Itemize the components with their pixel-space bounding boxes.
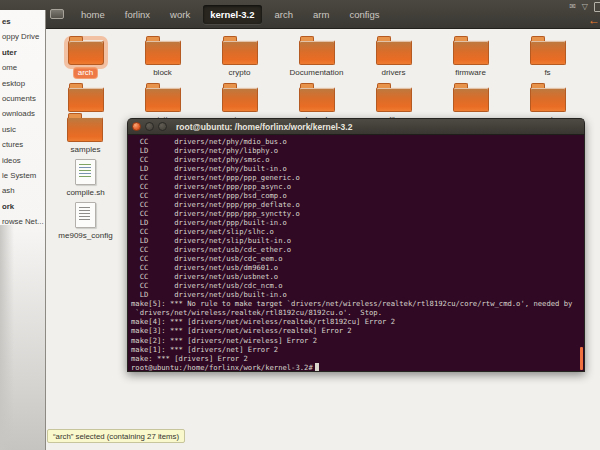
terminal-prompt-line: root@ubuntu:/home/forlinx/work/kernel-3.… [131,363,584,372]
breadcrumb-item[interactable]: configs [342,5,386,24]
file-item[interactable]: samples [67,112,105,155]
folder-label: Documentation [286,68,348,78]
folder-label: drivers [377,68,409,78]
terminal-output-line: make[2]: *** [drivers/net/wireless] Erro… [131,336,584,345]
maximize-button[interactable] [158,122,167,131]
terminal-output-line: CC drivers/net/usb/cdc_ncm.o [131,281,584,290]
folder-label: crypto [225,68,255,78]
terminal-output-line: LD drivers/net/phy/libphy.o [131,146,584,155]
sidebar-item[interactable]: ocuments [0,91,45,106]
places-sidebar: esoppy Driveuteromeesktopocumentsownload… [0,10,46,450]
terminal-output-line: make[4]: *** [drivers/net/wireless/realt… [131,317,584,326]
terminal-scrollbar-thumb[interactable] [580,347,583,370]
sidebar-item[interactable]: uter [0,45,45,60]
terminal-output-line: make[5]: *** No rule to make target `dri… [131,299,584,308]
folder-icon [222,87,258,112]
terminal-output-line: CC drivers/net/phy/mdio_bus.o [131,137,584,146]
folder-label: arch [74,68,98,78]
folder-icon [145,40,181,65]
mail-icon[interactable]: ✉ [569,3,576,11]
sidebar-item[interactable]: oppy Drive [0,29,45,44]
terminal-output-line: CC drivers/net/usb/cdc_eem.o [131,254,584,263]
minimize-button[interactable] [145,122,154,131]
sidebar-item[interactable]: le System [0,168,45,183]
sidebar-item[interactable]: rowse Net... [0,214,45,229]
sidebar-item[interactable]: ork [0,199,45,214]
terminal-cursor [315,363,319,371]
file-item[interactable]: compile.sh [62,157,108,198]
folder-item[interactable]: arch [47,35,124,82]
folder-icon [68,40,104,65]
terminal-output-line: LD drivers/net/phy/built-in.o [131,164,584,173]
chevron-down-icon[interactable]: ▽ [582,3,588,11]
file-icon [75,159,96,185]
back-arrow-icon[interactable]: ← [588,14,600,26]
folder-icon [530,40,566,65]
sidebar-item[interactable]: ctures [0,137,45,152]
folder-label: firmware [451,68,490,78]
file-label: me909s_config [54,231,116,241]
breadcrumb-item[interactable]: arm [306,5,336,24]
terminal-title: root@ubuntu: /home/forlinx/work/kernel-3… [176,122,352,132]
file-icon-view-left-column: samples compile.sh me909s_config [47,112,124,243]
folder-label: block [149,68,176,78]
sidebar-item[interactable]: usic [0,122,45,137]
terminal-output-line: LD drivers/net/slip/built-in.o [131,236,584,245]
file-label: compile.sh [62,188,108,198]
terminal-output-line: make: *** [drivers] Error 2 [131,354,584,363]
breadcrumb-item[interactable]: arch [268,5,300,24]
terminal-window: root@ubuntu: /home/forlinx/work/kernel-3… [127,118,585,372]
folder-item[interactable]: crypto [201,35,278,82]
terminal-output-line: CC drivers/net/ppp/ppp_generic.o [131,173,584,182]
path-toolbar: homeforlinxworkkernel-3.2archarmconfigs … [0,0,600,29]
terminal-output-line: CC drivers/net/ppp/bsd_comp.o [131,191,584,200]
selection-status-tooltip: “arch” selected (containing 27 items) [47,429,185,443]
folder-icon [530,87,566,112]
terminal-output-line: LD drivers/net/usb/built-in.o [131,290,584,299]
terminal-titlebar[interactable]: root@ubuntu: /home/forlinx/work/kernel-3… [127,118,585,135]
terminal-output-line: CC drivers/net/usb/dm9601.o [131,263,584,272]
terminal-output-line: CC drivers/net/slip/slhc.o [131,227,584,236]
folder-item[interactable]: fs [509,35,586,82]
breadcrumb-item[interactable]: work [163,5,197,24]
breadcrumb-item[interactable]: forlinx [118,5,157,24]
file-label: samples [67,145,105,155]
folder-icon [299,40,335,65]
file-icon [67,117,103,142]
sidebar-item[interactable]: ideos [0,153,45,168]
sidebar-item[interactable]: es [0,14,45,29]
topbar-right-icons: ✉ ▽ [569,2,598,12]
folder-icon [376,87,412,112]
terminal-prompt: root@ubuntu:/home/forlinx/work/kernel-3.… [131,363,313,372]
terminal-output-line: LD drivers/net/ppp/built-in.o [131,218,584,227]
folder-icon [145,87,181,112]
terminal-output[interactable]: CC drivers/net/phy/mdio_bus.o LD drivers… [127,135,585,372]
computer-icon[interactable] [50,9,64,19]
terminal-output-line: CC drivers/net/ppp/ppp_async.o [131,182,584,191]
terminal-output-line: CC drivers/net/usb/cdc_ether.o [131,245,584,254]
sidebar-item[interactable]: ash [0,183,45,198]
terminal-output-line: CC drivers/net/ppp/ppp_synctty.o [131,209,584,218]
folder-item[interactable]: block [124,35,201,82]
file-item[interactable]: me909s_config [54,200,116,241]
breadcrumb-item[interactable]: home [74,5,112,24]
folder-label: fs [540,68,554,78]
folder-item[interactable]: Documentation [278,35,355,82]
close-button[interactable] [132,122,141,131]
folder-item[interactable]: firmware [432,35,509,82]
folder-icon [453,87,489,112]
edge-icon[interactable] [594,2,600,12]
file-icon [75,202,96,228]
terminal-output-line: CC drivers/net/phy/smsc.o [131,155,584,164]
folder-icon [376,40,412,65]
file-icon-view: arch block crypto Documentation drivers … [47,28,600,129]
folder-icon [68,87,104,112]
folder-item[interactable]: drivers [355,35,432,82]
sidebar-item[interactable]: ownloads [0,106,45,121]
breadcrumb-item[interactable]: kernel-3.2 [203,5,261,24]
terminal-output-line: CC drivers/net/usb/usbnet.o [131,272,584,281]
sidebar-item[interactable]: esktop [0,76,45,91]
sidebar-item[interactable]: ome [0,60,45,75]
breadcrumb: homeforlinxworkkernel-3.2archarmconfigs [50,0,387,28]
terminal-output-line: CC drivers/net/ppp/ppp_deflate.o [131,200,584,209]
